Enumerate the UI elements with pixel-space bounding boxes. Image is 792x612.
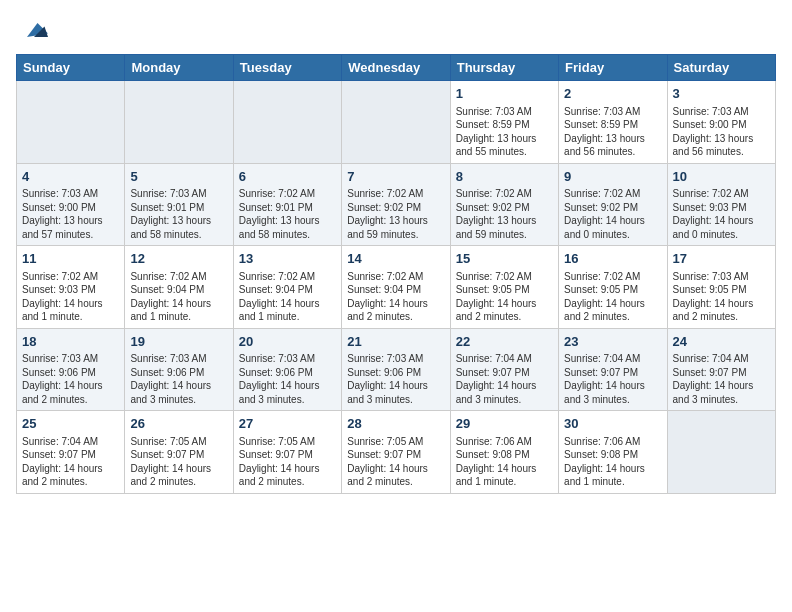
daylight: Daylight: 13 hours and 59 minutes.	[347, 215, 428, 240]
weekday-monday: Monday	[125, 55, 233, 81]
sunset: Sunset: 9:08 PM	[456, 449, 530, 460]
daylight: Daylight: 14 hours and 1 minute.	[564, 463, 645, 488]
sunset: Sunset: 9:07 PM	[130, 449, 204, 460]
calendar-cell: 26Sunrise: 7:05 AMSunset: 9:07 PMDayligh…	[125, 411, 233, 494]
day-number: 21	[347, 333, 444, 351]
sunset: Sunset: 9:03 PM	[22, 284, 96, 295]
calendar-cell: 30Sunrise: 7:06 AMSunset: 9:08 PMDayligh…	[559, 411, 667, 494]
sunset: Sunset: 9:04 PM	[130, 284, 204, 295]
sunrise: Sunrise: 7:02 AM	[564, 188, 640, 199]
sunrise: Sunrise: 7:04 AM	[456, 353, 532, 364]
day-number: 2	[564, 85, 661, 103]
sunset: Sunset: 9:00 PM	[673, 119, 747, 130]
calendar-cell: 14Sunrise: 7:02 AMSunset: 9:04 PMDayligh…	[342, 246, 450, 329]
calendar-cell: 20Sunrise: 7:03 AMSunset: 9:06 PMDayligh…	[233, 328, 341, 411]
calendar-cell: 7Sunrise: 7:02 AMSunset: 9:02 PMDaylight…	[342, 163, 450, 246]
calendar-cell: 25Sunrise: 7:04 AMSunset: 9:07 PMDayligh…	[17, 411, 125, 494]
weekday-header-row: SundayMondayTuesdayWednesdayThursdayFrid…	[17, 55, 776, 81]
calendar-week-1: 1Sunrise: 7:03 AMSunset: 8:59 PMDaylight…	[17, 81, 776, 164]
daylight: Daylight: 14 hours and 1 minute.	[456, 463, 537, 488]
day-number: 30	[564, 415, 661, 433]
sunset: Sunset: 9:07 PM	[239, 449, 313, 460]
daylight: Daylight: 14 hours and 3 minutes.	[456, 380, 537, 405]
sunrise: Sunrise: 7:03 AM	[22, 353, 98, 364]
sunrise: Sunrise: 7:02 AM	[347, 271, 423, 282]
sunrise: Sunrise: 7:03 AM	[673, 271, 749, 282]
day-number: 29	[456, 415, 553, 433]
sunrise: Sunrise: 7:02 AM	[456, 188, 532, 199]
calendar-cell: 29Sunrise: 7:06 AMSunset: 9:08 PMDayligh…	[450, 411, 558, 494]
day-number: 16	[564, 250, 661, 268]
sunrise: Sunrise: 7:04 AM	[564, 353, 640, 364]
day-number: 26	[130, 415, 227, 433]
daylight: Daylight: 14 hours and 2 minutes.	[22, 380, 103, 405]
calendar-cell: 13Sunrise: 7:02 AMSunset: 9:04 PMDayligh…	[233, 246, 341, 329]
sunset: Sunset: 9:07 PM	[456, 367, 530, 378]
daylight: Daylight: 13 hours and 57 minutes.	[22, 215, 103, 240]
calendar-cell: 18Sunrise: 7:03 AMSunset: 9:06 PMDayligh…	[17, 328, 125, 411]
sunrise: Sunrise: 7:02 AM	[239, 271, 315, 282]
daylight: Daylight: 13 hours and 56 minutes.	[673, 133, 754, 158]
sunrise: Sunrise: 7:03 AM	[22, 188, 98, 199]
daylight: Daylight: 14 hours and 3 minutes.	[673, 380, 754, 405]
sunrise: Sunrise: 7:05 AM	[239, 436, 315, 447]
page-header	[16, 16, 776, 44]
daylight: Daylight: 14 hours and 2 minutes.	[239, 463, 320, 488]
daylight: Daylight: 14 hours and 2 minutes.	[130, 463, 211, 488]
sunrise: Sunrise: 7:04 AM	[22, 436, 98, 447]
sunset: Sunset: 9:08 PM	[564, 449, 638, 460]
calendar-cell: 27Sunrise: 7:05 AMSunset: 9:07 PMDayligh…	[233, 411, 341, 494]
calendar-cell: 15Sunrise: 7:02 AMSunset: 9:05 PMDayligh…	[450, 246, 558, 329]
day-number: 6	[239, 168, 336, 186]
sunrise: Sunrise: 7:05 AM	[130, 436, 206, 447]
calendar-cell: 19Sunrise: 7:03 AMSunset: 9:06 PMDayligh…	[125, 328, 233, 411]
daylight: Daylight: 13 hours and 58 minutes.	[239, 215, 320, 240]
sunset: Sunset: 9:01 PM	[239, 202, 313, 213]
sunrise: Sunrise: 7:03 AM	[130, 188, 206, 199]
weekday-tuesday: Tuesday	[233, 55, 341, 81]
daylight: Daylight: 13 hours and 55 minutes.	[456, 133, 537, 158]
sunset: Sunset: 9:06 PM	[130, 367, 204, 378]
weekday-saturday: Saturday	[667, 55, 775, 81]
calendar-cell: 10Sunrise: 7:02 AMSunset: 9:03 PMDayligh…	[667, 163, 775, 246]
sunrise: Sunrise: 7:03 AM	[564, 106, 640, 117]
calendar-cell: 11Sunrise: 7:02 AMSunset: 9:03 PMDayligh…	[17, 246, 125, 329]
day-number: 10	[673, 168, 770, 186]
daylight: Daylight: 14 hours and 3 minutes.	[347, 380, 428, 405]
sunset: Sunset: 9:01 PM	[130, 202, 204, 213]
daylight: Daylight: 14 hours and 3 minutes.	[130, 380, 211, 405]
sunset: Sunset: 9:00 PM	[22, 202, 96, 213]
weekday-thursday: Thursday	[450, 55, 558, 81]
calendar-cell	[17, 81, 125, 164]
sunrise: Sunrise: 7:02 AM	[130, 271, 206, 282]
daylight: Daylight: 14 hours and 2 minutes.	[347, 298, 428, 323]
sunset: Sunset: 8:59 PM	[564, 119, 638, 130]
daylight: Daylight: 14 hours and 2 minutes.	[347, 463, 428, 488]
sunrise: Sunrise: 7:02 AM	[564, 271, 640, 282]
sunrise: Sunrise: 7:03 AM	[130, 353, 206, 364]
calendar-cell: 17Sunrise: 7:03 AMSunset: 9:05 PMDayligh…	[667, 246, 775, 329]
sunset: Sunset: 9:06 PM	[239, 367, 313, 378]
sunrise: Sunrise: 7:02 AM	[22, 271, 98, 282]
day-number: 18	[22, 333, 119, 351]
day-number: 28	[347, 415, 444, 433]
daylight: Daylight: 14 hours and 1 minute.	[130, 298, 211, 323]
sunrise: Sunrise: 7:02 AM	[456, 271, 532, 282]
day-number: 11	[22, 250, 119, 268]
daylight: Daylight: 13 hours and 59 minutes.	[456, 215, 537, 240]
day-number: 7	[347, 168, 444, 186]
sunrise: Sunrise: 7:05 AM	[347, 436, 423, 447]
logo	[16, 16, 48, 44]
calendar-cell	[233, 81, 341, 164]
day-number: 24	[673, 333, 770, 351]
sunrise: Sunrise: 7:02 AM	[673, 188, 749, 199]
day-number: 13	[239, 250, 336, 268]
daylight: Daylight: 14 hours and 2 minutes.	[564, 298, 645, 323]
day-number: 20	[239, 333, 336, 351]
daylight: Daylight: 14 hours and 3 minutes.	[564, 380, 645, 405]
weekday-wednesday: Wednesday	[342, 55, 450, 81]
calendar-week-2: 4Sunrise: 7:03 AMSunset: 9:00 PMDaylight…	[17, 163, 776, 246]
sunset: Sunset: 9:06 PM	[22, 367, 96, 378]
daylight: Daylight: 14 hours and 1 minute.	[22, 298, 103, 323]
daylight: Daylight: 14 hours and 2 minutes.	[456, 298, 537, 323]
